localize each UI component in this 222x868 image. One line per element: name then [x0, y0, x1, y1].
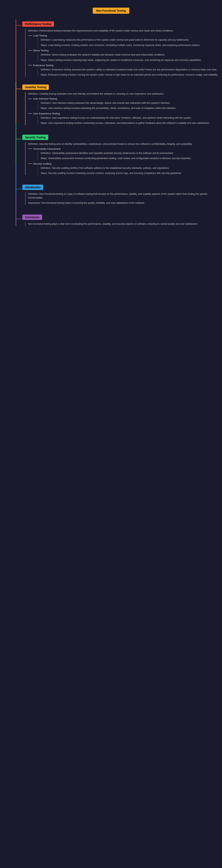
load-testing-title: Load Testing — [33, 34, 47, 37]
introduction-content: Definition: Non-Functional testing is a … — [28, 192, 222, 205]
branch-usability — [15, 89, 21, 89]
introduction-header: Introduction — [22, 185, 43, 190]
root-label: Non-Functional Testing — [93, 8, 129, 14]
conclusion-text: Non-functional testing plays a vital rol… — [28, 222, 222, 226]
load-definition: Definition: Load testing measures the pe… — [41, 38, 222, 42]
endurance-definition: Definition: Endurance testing assesses t… — [41, 68, 222, 71]
audit-section: Security Auditing Definition: Security a… — [28, 162, 222, 175]
ux-testing-title: User Experience Testing — [33, 112, 60, 115]
usability-section: Usability Testing Definition: Usability … — [15, 85, 222, 125]
conclusion-section: Conclusion Non-functional testing plays … — [15, 215, 222, 226]
perf-definition: Definition: Performance testing evaluate… — [28, 29, 222, 33]
vuln-steps: Steps: Vulnerability assessment involves… — [41, 157, 222, 160]
ux-definition: Definition: User experience testing focu… — [41, 116, 222, 120]
load-testing-section: Load Testing Definition: Load testing me… — [28, 34, 222, 47]
introduction-section: Introduction Definition: Non-Functional … — [15, 185, 222, 205]
stress-definition: Definition: Stress testing evaluates the… — [41, 53, 222, 57]
security-section: Security Testing Definition: Security te… — [15, 135, 222, 175]
conclusion-content: Non-functional testing plays a vital rol… — [28, 222, 222, 226]
branch-security — [15, 139, 21, 139]
usability-content: Definition: Usability testing evaluates … — [28, 92, 222, 125]
performance-content: Definition: Performance testing evaluate… — [28, 29, 222, 77]
endurance-testing-title: Endurance Testing — [33, 64, 54, 67]
ui-definition: Definition: User interface testing asses… — [41, 101, 222, 105]
main-container: Non-Functional Testing Performance Testi… — [0, 0, 222, 239]
vuln-title: Vulnerability Assessment — [33, 148, 60, 150]
audit-content: Definition: Security auditing verifies i… — [38, 166, 222, 175]
audit-definition: Definition: Security auditing verifies i… — [41, 166, 222, 170]
audit-steps: Steps: Security auditing involves review… — [41, 172, 222, 175]
intro-importance: Importance: Non-functional testing helps… — [28, 201, 222, 205]
perf-vline — [25, 29, 26, 77]
ux-testing-section: User Experience Testing Definition: User… — [28, 112, 222, 125]
usability-header: Usability Testing — [22, 85, 49, 90]
conclusion-header: Conclusion — [22, 215, 42, 220]
vuln-section: Vulnerability Assessment Definition: Vul… — [28, 148, 222, 160]
audit-title: Security Auditing — [33, 162, 52, 165]
vuln-content: Definition: Vulnerability assessment ide… — [38, 151, 222, 160]
endurance-steps: Steps: Endurance testing involves runnin… — [41, 73, 222, 77]
stress-steps: Steps: Stress testing involves imposing … — [41, 58, 222, 62]
security-content: Definition: Security testing aims to ide… — [28, 142, 222, 175]
ui-testing-content: Definition: User interface testing asses… — [38, 101, 222, 110]
load-testing-content: Definition: Load testing measures the pe… — [38, 38, 222, 47]
ux-testing-content: Definition: User experience testing focu… — [38, 116, 222, 125]
conclusion-vline — [25, 222, 26, 226]
branch-conclusion — [15, 219, 21, 219]
root-node: Non-Functional Testing — [0, 8, 222, 14]
intro-vline — [25, 192, 26, 205]
security-vline — [25, 142, 26, 175]
vuln-definition: Definition: Vulnerability assessment ide… — [41, 151, 222, 155]
ui-testing-section: User Interface Testing Definition: User … — [28, 97, 222, 110]
security-header: Security Testing — [22, 135, 48, 140]
load-steps: Steps: Load testing involves creating re… — [41, 43, 222, 47]
branch-perf — [15, 25, 21, 26]
performance-section: Performance Testing Definition: Performa… — [15, 20, 222, 77]
stress-testing-section: Stress Testing Definition: Stress testin… — [28, 49, 222, 62]
ui-testing-title: User Interface Testing — [33, 97, 57, 100]
stress-testing-title: Stress Testing — [33, 49, 49, 52]
usability-definition: Definition: Usability testing evaluates … — [28, 92, 222, 96]
security-definition: Definition: Security testing aims to ide… — [28, 142, 222, 146]
ux-steps: Steps: User experience testing involves … — [41, 121, 222, 125]
endurance-testing-section: Endurance Testing Definition: Endurance … — [28, 64, 222, 77]
ui-steps: Steps: User interface testing involves e… — [41, 106, 222, 110]
performance-header: Performance Testing — [22, 21, 54, 27]
usability-vline — [25, 92, 26, 125]
intro-definition: Definition: Non-Functional testing is a … — [28, 192, 222, 200]
stress-testing-content: Definition: Stress testing evaluates the… — [38, 53, 222, 62]
endurance-testing-content: Definition: Endurance testing assesses t… — [38, 68, 222, 77]
branch-intro — [15, 189, 21, 189]
